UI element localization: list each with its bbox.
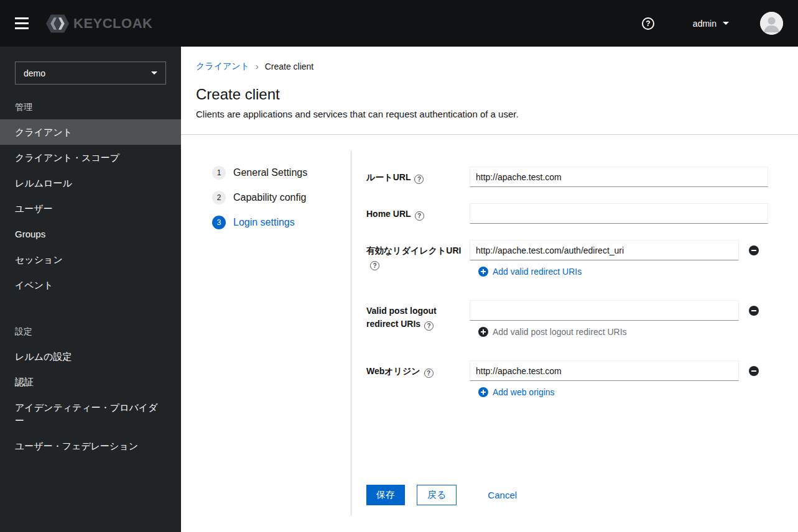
help-icon[interactable]: ? bbox=[424, 369, 434, 378]
post-logout-uris-label: Valid post logout redirect URIs? bbox=[366, 300, 470, 331]
wizard-footer: 保存 戻る Cancel bbox=[366, 485, 768, 505]
main-content: クライアント › Create client Create client Cli… bbox=[181, 47, 798, 532]
help-icon[interactable]: ? bbox=[414, 175, 424, 184]
help-icon[interactable]: ? bbox=[415, 211, 424, 221]
sidebar-item-user-federation[interactable]: ユーザー・フェデレーション bbox=[0, 433, 181, 459]
home-url-input[interactable] bbox=[470, 203, 768, 224]
caret-down-icon bbox=[723, 22, 729, 25]
sidebar-item-realm-settings[interactable]: レルムの設定 bbox=[0, 344, 181, 369]
help-icon[interactable]: ? bbox=[370, 261, 379, 270]
keycloak-logo[interactable]: KEYCLOAK bbox=[46, 14, 152, 33]
web-origins-label: Webオリジン? bbox=[366, 360, 470, 378]
topbar-actions: ? admin bbox=[642, 12, 783, 35]
root-url-label: ルートURL? bbox=[366, 167, 470, 184]
sidebar-item-authentication[interactable]: 認証 bbox=[0, 369, 181, 395]
form-field-home-url: Home URL? bbox=[366, 203, 768, 224]
step-label: General Settings bbox=[233, 167, 307, 178]
add-redirect-uri-button[interactable]: Add valid redirect URIs bbox=[478, 267, 582, 277]
remove-redirect-uri-icon[interactable] bbox=[749, 245, 759, 255]
sidebar-nav: 管理 クライアント クライアント・スコープ レルムロール ユーザー Groups… bbox=[0, 85, 181, 459]
nav-toggle-icon[interactable] bbox=[15, 15, 29, 32]
root-url-input[interactable] bbox=[470, 167, 768, 187]
keycloak-admin-console: KEYCLOAK ? admin demo 管理 bbox=[0, 0, 798, 532]
create-client-wizard: 1 General Settings 2 Capability config 3… bbox=[181, 150, 798, 516]
wizard-step-general-settings[interactable]: 1 General Settings bbox=[212, 166, 351, 180]
sidebar-item-identity-providers[interactable]: アイデンティティー・プロバイダー bbox=[0, 395, 181, 433]
home-url-label: Home URL? bbox=[366, 203, 470, 221]
form-field-root-url: ルートURL? bbox=[366, 167, 768, 187]
wizard-nav: 1 General Settings 2 Capability config 3… bbox=[181, 150, 351, 516]
caret-down-icon bbox=[151, 71, 157, 75]
breadcrumb-separator-icon: › bbox=[256, 62, 259, 71]
plus-circle-icon bbox=[478, 387, 488, 397]
sidebar: demo 管理 クライアント クライアント・スコープ レルムロール ユーザー G… bbox=[0, 47, 181, 532]
redirect-uri-input[interactable] bbox=[470, 240, 739, 260]
redirect-uris-label: 有効なリダイレクトURI? bbox=[366, 240, 470, 270]
step-number-badge: 1 bbox=[212, 166, 226, 180]
form-field-redirect-uris: 有効なリダイレクトURI? Add valid redirect URIs bbox=[366, 240, 768, 279]
sidebar-item-events[interactable]: イベント bbox=[0, 272, 181, 298]
avatar[interactable] bbox=[760, 12, 783, 35]
help-icon[interactable]: ? bbox=[424, 321, 434, 331]
step-number-badge: 3 bbox=[212, 216, 226, 229]
form-field-web-origins: Webオリジン? Add web origins bbox=[366, 360, 768, 400]
form-field-post-logout-uris: Valid post logout redirect URIs? Add val… bbox=[366, 300, 768, 339]
login-settings-form: ルートURL? Home URL? bbox=[351, 150, 798, 516]
sidebar-item-sessions[interactable]: セッション bbox=[0, 247, 181, 272]
breadcrumb-current: Create client bbox=[265, 62, 314, 71]
sidebar-item-users[interactable]: ユーザー bbox=[0, 196, 181, 221]
plus-circle-icon bbox=[478, 267, 488, 277]
remove-web-origin-icon[interactable] bbox=[749, 366, 759, 376]
plus-circle-icon bbox=[478, 327, 488, 337]
sidebar-item-realm-roles[interactable]: レルムロール bbox=[0, 170, 181, 196]
user-menu-label: admin bbox=[693, 19, 717, 29]
post-logout-uri-input[interactable] bbox=[470, 300, 739, 321]
step-number-badge: 2 bbox=[212, 191, 226, 204]
realm-selector[interactable]: demo bbox=[15, 62, 166, 85]
nav-group-manage-header: 管理 bbox=[0, 85, 181, 119]
sidebar-item-clients[interactable]: クライアント bbox=[0, 119, 181, 145]
nav-group-configure: 設定 レルムの設定 認証 アイデンティティー・プロバイダー ユーザー・フェデレー… bbox=[0, 298, 181, 459]
breadcrumb: クライアント › Create client bbox=[196, 61, 783, 72]
page-title: Create client bbox=[196, 86, 783, 103]
step-label: Capability config bbox=[233, 192, 306, 203]
sidebar-item-client-scopes[interactable]: クライアント・スコープ bbox=[0, 145, 181, 170]
add-post-logout-uri-button[interactable]: Add valid post logout redirect URIs bbox=[478, 327, 627, 337]
user-menu[interactable]: admin bbox=[693, 19, 729, 29]
save-button[interactable]: 保存 bbox=[366, 485, 405, 505]
web-origin-input[interactable] bbox=[470, 360, 739, 381]
page-description: Clients are applications and services th… bbox=[196, 109, 783, 119]
add-web-origin-button[interactable]: Add web origins bbox=[478, 387, 555, 397]
brand-text: KEYCLOAK bbox=[73, 16, 152, 32]
realm-selector-value: demo bbox=[24, 68, 45, 78]
sidebar-item-groups[interactable]: Groups bbox=[0, 221, 181, 247]
nav-group-configure-header: 設定 bbox=[0, 298, 181, 344]
wizard-step-capability-config[interactable]: 2 Capability config bbox=[212, 191, 351, 204]
remove-post-logout-uri-icon[interactable] bbox=[749, 306, 759, 316]
breadcrumb-clients-link[interactable]: クライアント bbox=[196, 61, 249, 72]
help-icon[interactable]: ? bbox=[642, 17, 654, 30]
step-label: Login settings bbox=[233, 217, 295, 228]
wizard-step-login-settings[interactable]: 3 Login settings bbox=[212, 216, 351, 229]
cancel-button[interactable]: Cancel bbox=[478, 490, 527, 500]
nav-group-manage: 管理 クライアント クライアント・スコープ レルムロール ユーザー Groups… bbox=[0, 85, 181, 298]
keycloak-logo-icon bbox=[46, 14, 69, 33]
page-header: クライアント › Create client Create client Cli… bbox=[181, 47, 798, 135]
back-button[interactable]: 戻る bbox=[417, 485, 457, 505]
masthead: KEYCLOAK ? admin bbox=[0, 0, 798, 47]
